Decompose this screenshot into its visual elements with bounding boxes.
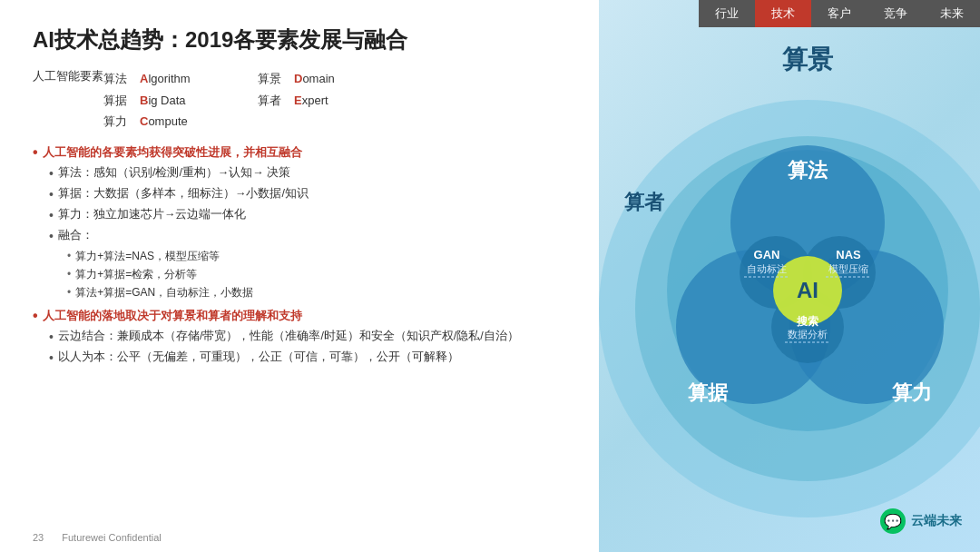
svg-text:自动标注: 自动标注 — [747, 263, 787, 274]
en2-item-0: Domain — [294, 68, 335, 89]
sub-bullet-1-3: 融合： — [49, 227, 592, 246]
cn2-item-0: 算景 — [258, 68, 294, 89]
nav-item-future[interactable]: 未来 — [924, 0, 980, 27]
sub-bullet-2-0: 云边结合：兼顾成本（存储/带宽），性能（准确率/时延）和安全（知识产权/隐私/自… — [49, 328, 592, 347]
cn-item-1: 算据 — [103, 90, 140, 111]
en2-item-1: Expert — [294, 90, 335, 111]
sub-bullet-1-1: 算据：大数据（多样本，细标注）→小数据/知识 — [49, 185, 592, 204]
cn-item-0: 算法 — [103, 68, 140, 89]
svg-text:算者: 算者 — [624, 191, 665, 213]
svg-text:算力: 算力 — [892, 381, 932, 404]
page-number: 23 — [33, 532, 44, 543]
en-item-0: Algorithm — [140, 68, 249, 89]
svg-text:AI: AI — [797, 278, 818, 302]
bullet-main-1: 人工智能的各要素均获得突破性进展，并相互融合 — [33, 144, 592, 161]
sub-bullet-2-1: 以人为本：公平（无偏差，可重现），公正（可信，可靠），公开（可解释） — [49, 349, 592, 368]
confidential-text: Futurewei Confidential — [62, 532, 161, 543]
nav-item-customer[interactable]: 客户 — [811, 0, 867, 27]
cn-item-2: 算力 — [103, 111, 140, 132]
svg-text:NAS: NAS — [836, 248, 861, 261]
footer: 23 Futurewei Confidential — [33, 532, 162, 543]
svg-text:算据: 算据 — [688, 381, 729, 404]
sub-bullets-1: 算法：感知（识别/检测/重构）→认知→ 决策 算据：大数据（多样本，细标注）→小… — [49, 164, 592, 301]
sub-sub-bullet-1-1: 算力+算据=检索，分析等 — [67, 266, 592, 282]
diagram-svg: 算景 算者 算法 算据 算力 AI GAN 自动标注 NAS 模型压缩 搜索 数… — [599, 0, 980, 552]
wechat-name: 云端未来 — [911, 513, 962, 529]
sub-bullet-1-0: 算法：感知（识别/检测/重构）→认知→ 决策 — [49, 164, 592, 183]
svg-text:数据分析: 数据分析 — [788, 329, 828, 340]
main-content: AI技术总趋势：2019各要素发展与融合 人工智能要素 算法 算据 算力 Alg… — [0, 0, 617, 552]
svg-text:搜索: 搜索 — [796, 315, 818, 328]
nav-item-competition[interactable]: 竞争 — [867, 0, 924, 27]
elements-label: 人工智能要素 — [33, 68, 103, 84]
bullet-section-1: 人工智能的各要素均获得突破性进展，并相互融合 算法：感知（识别/检测/重构）→认… — [33, 144, 592, 301]
sub-bullet-1-2: 算力：独立加速芯片→云边端一体化 — [49, 206, 592, 225]
sub-bullets-2: 云边结合：兼顾成本（存储/带宽），性能（准确率/时延）和安全（知识产权/隐私/自… — [49, 328, 592, 368]
cn2-item-1: 算者 — [258, 90, 294, 111]
sub-sub-bullet-1-0: 算力+算法=NAS，模型压缩等 — [67, 248, 592, 264]
diagram-area: 算景 算者 算法 算据 算力 AI GAN 自动标注 NAS 模型压缩 搜索 数… — [599, 0, 980, 552]
svg-text:算法: 算法 — [788, 159, 828, 182]
elements-cn2-list: 算景 算者 — [258, 68, 294, 111]
elements-en2-list: Domain Expert — [294, 68, 335, 111]
elements-en-list: Algorithm Big Data Compute — [140, 68, 249, 132]
wechat-icon: 💬 — [880, 508, 906, 534]
en-item-2: Compute — [140, 111, 249, 132]
top-navigation: 行业 技术 客户 竞争 未来 — [699, 0, 980, 27]
bullet-main-2: 人工智能的落地取决于对算景和算者的理解和支持 — [33, 308, 592, 324]
bullet-section-2: 人工智能的落地取决于对算景和算者的理解和支持 云边结合：兼顾成本（存储/带宽），… — [33, 308, 592, 368]
en-item-1: Big Data — [140, 90, 249, 111]
nav-item-tech[interactable]: 技术 — [755, 0, 811, 27]
svg-text:算景: 算景 — [782, 45, 834, 74]
wechat-watermark: 💬 云端未来 — [880, 508, 962, 534]
sub-sub-bullet-1-2: 算法+算据=GAN，自动标注，小数据 — [67, 284, 592, 301]
nav-item-industry[interactable]: 行业 — [699, 0, 755, 27]
page-title: AI技术总趋势：2019各要素发展与融合 — [33, 25, 592, 54]
elements-cn-list: 算法 算据 算力 — [103, 68, 140, 132]
svg-text:模型压缩: 模型压缩 — [828, 263, 868, 274]
elements-row: 人工智能要素 算法 算据 算力 Algorithm Big Data Compu… — [33, 68, 592, 132]
sub-sub-bullets-1: 算力+算法=NAS，模型压缩等 算力+算据=检索，分析等 算法+算据=GAN，自… — [67, 248, 592, 301]
svg-text:GAN: GAN — [754, 248, 780, 261]
